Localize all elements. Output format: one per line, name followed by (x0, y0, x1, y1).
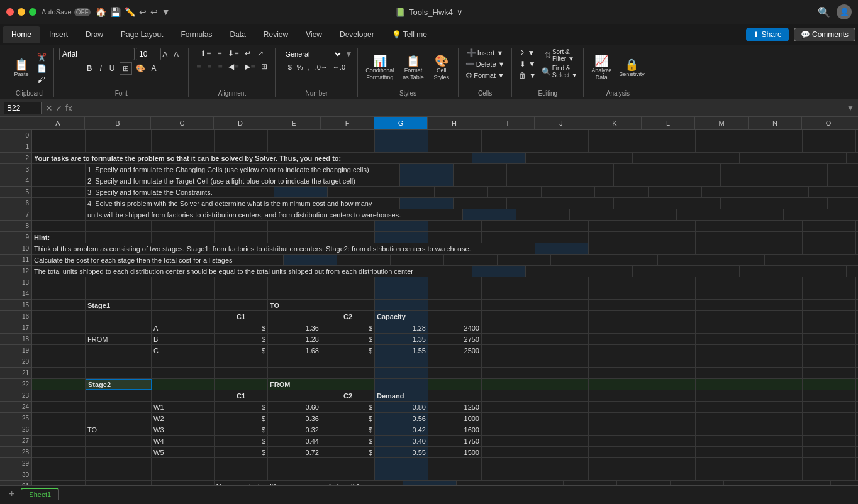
cell-n21[interactable] (749, 368, 803, 378)
cell-n12[interactable] (847, 266, 858, 277)
cell-c23[interactable] (152, 390, 214, 401)
cell-k25[interactable] (589, 413, 642, 424)
cell-k11[interactable] (498, 255, 551, 265)
decrease-font-icon[interactable]: A⁻ (174, 50, 184, 59)
cell-b19[interactable] (86, 345, 152, 356)
copy-button[interactable]: 📄 (35, 63, 48, 74)
cell-e21[interactable] (268, 368, 321, 378)
cell-l30[interactable] (642, 469, 696, 480)
cell-b26[interactable]: TO (86, 424, 152, 435)
cell-n16[interactable] (749, 311, 803, 322)
cell-n27[interactable] (749, 436, 803, 446)
cell-h24[interactable]: 1250 (428, 402, 482, 412)
cell-g2[interactable] (472, 153, 526, 163)
cell-m17[interactable] (696, 322, 749, 333)
cell-m30[interactable] (696, 469, 749, 480)
cell-g24[interactable]: 0.80 (375, 402, 428, 412)
cell-a23[interactable] (32, 390, 86, 401)
cell-h9[interactable] (428, 232, 482, 243)
cell-j26[interactable] (535, 424, 589, 435)
cell-h31[interactable] (457, 481, 510, 485)
cell-i16[interactable] (482, 311, 535, 322)
cell-a0[interactable] (32, 130, 86, 141)
cell-o30[interactable] (803, 469, 856, 480)
indent-increase-button[interactable]: ▶≡ (242, 61, 257, 72)
cell-j5[interactable] (435, 187, 488, 197)
cell-i5[interactable] (381, 187, 435, 197)
cell-m8[interactable] (696, 221, 749, 231)
cell-j7[interactable] (623, 209, 677, 220)
cell-f24[interactable]: $ (321, 402, 375, 412)
cell-c26[interactable]: W3 (152, 424, 214, 435)
cell-h2[interactable] (526, 153, 579, 163)
cell-i26[interactable] (482, 424, 535, 435)
cell-a17[interactable] (32, 322, 86, 333)
cell-d17[interactable]: $ (214, 322, 268, 333)
bold-button[interactable]: B (84, 63, 96, 74)
cell-f0[interactable] (321, 130, 375, 141)
cell-c22[interactable] (152, 379, 214, 390)
cell-i28[interactable] (482, 447, 535, 457)
cell-e18[interactable]: 1.28 (268, 334, 321, 344)
cell-a3[interactable] (32, 164, 86, 175)
cell-f15[interactable] (321, 300, 375, 310)
cell-a9[interactable]: Hint: (32, 232, 86, 243)
increase-decimal-button[interactable]: .0→ (313, 62, 330, 72)
cell-m23[interactable] (696, 390, 749, 401)
cell-j2[interactable] (633, 153, 686, 163)
cell-j11[interactable] (444, 255, 498, 265)
tab-developer[interactable]: Developer (331, 26, 383, 43)
cell-h19[interactable]: 2500 (428, 345, 482, 356)
cell-k22[interactable] (589, 379, 642, 390)
number-format-select[interactable]: General (281, 48, 343, 60)
sensitivity-button[interactable]: 🔒 Sensitivity (616, 58, 647, 79)
cell-l12[interactable] (740, 266, 793, 277)
cell-c13[interactable] (152, 277, 214, 288)
cell-o21[interactable] (803, 368, 856, 378)
cell-j17[interactable] (535, 322, 589, 333)
cell-k3[interactable] (614, 164, 667, 175)
align-left-button[interactable]: ≡ (194, 61, 203, 72)
cell-k12[interactable] (686, 266, 740, 277)
cell-m18[interactable] (696, 334, 749, 344)
cell-c1[interactable] (152, 141, 214, 152)
cell-h0[interactable] (428, 130, 482, 141)
cell-c25[interactable]: W2 (152, 413, 214, 424)
cell-m5[interactable] (595, 187, 649, 197)
col-header-o[interactable]: O (802, 117, 855, 129)
cell-m11[interactable] (604, 255, 658, 265)
cell-n25[interactable] (749, 413, 803, 424)
cell-o24[interactable] (803, 402, 856, 412)
cancel-formula-icon[interactable]: ✕ (45, 103, 53, 113)
cell-l20[interactable] (642, 356, 696, 367)
col-header-j[interactable]: J (535, 117, 588, 129)
align-middle-icon[interactable]: ≡ (214, 48, 224, 59)
cell-c0[interactable] (152, 130, 214, 141)
cell-j25[interactable] (535, 413, 589, 424)
cell-m2[interactable] (793, 153, 847, 163)
cell-h26[interactable]: 1600 (428, 424, 482, 435)
cell-m31[interactable] (724, 481, 777, 485)
col-header-h[interactable]: H (428, 117, 481, 129)
cell-l25[interactable] (642, 413, 696, 424)
tab-page-layout[interactable]: Page Layout (112, 26, 172, 43)
cell-a13[interactable] (32, 277, 86, 288)
format-cells-button[interactable]: ⚙ Format ▼ (464, 70, 506, 80)
cell-f8[interactable] (321, 221, 375, 231)
cell-e26[interactable]: 0.32 (268, 424, 321, 435)
minimize-button[interactable] (18, 8, 25, 16)
cell-i21[interactable] (482, 368, 535, 378)
cell-h14[interactable] (428, 288, 482, 299)
cell-i6[interactable] (507, 198, 560, 209)
cell-l29[interactable] (642, 458, 696, 469)
cell-o11[interactable] (711, 255, 765, 265)
cell-g11[interactable] (284, 255, 337, 265)
cell-c31[interactable] (152, 481, 214, 485)
cell-o4[interactable] (828, 175, 858, 186)
cell-g4[interactable] (400, 175, 454, 186)
cell-d28[interactable]: $ (214, 447, 268, 457)
cell-a19[interactable] (32, 345, 86, 356)
cell-b23[interactable] (86, 390, 152, 401)
cell-k19[interactable] (589, 345, 642, 356)
cell-n31[interactable] (777, 481, 831, 485)
